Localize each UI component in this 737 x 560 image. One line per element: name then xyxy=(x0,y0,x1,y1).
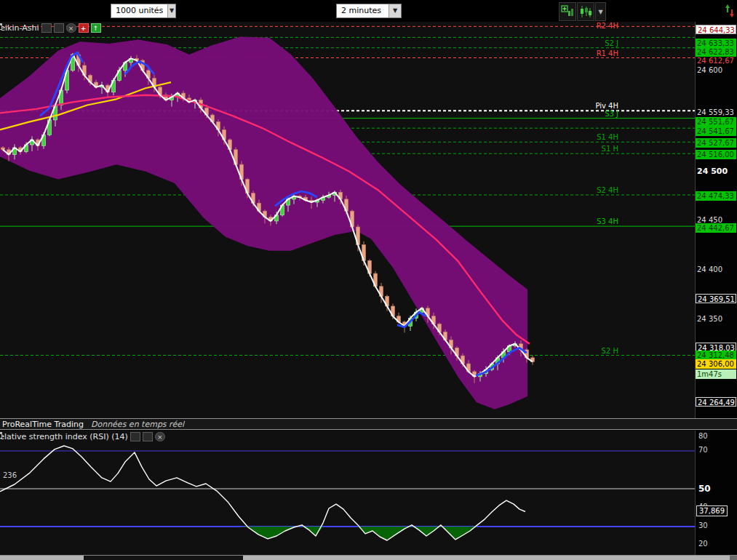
timeframe-dropdown-value: 2 minutes xyxy=(337,4,389,17)
price-axis-entry: 24 516,00 xyxy=(696,150,736,159)
price-axis-entry: 24 474,33 xyxy=(696,191,736,201)
rsi-axis-label: 50 xyxy=(698,484,711,494)
trading-app: 1000 unités ▼ 2 minutes ▼ xyxy=(0,0,737,560)
price-axis-entry: 24 551,67 xyxy=(696,117,736,127)
add-chart-icon xyxy=(561,5,574,18)
rsi-current-value: 37,869 xyxy=(696,505,728,516)
chevron-down-icon[interactable]: ▼ xyxy=(167,4,175,17)
window-icon xyxy=(0,432,2,439)
level-label: R1 4H xyxy=(597,49,618,57)
rsi-axis-label: 20 xyxy=(698,540,708,548)
time-scrollbar[interactable] xyxy=(0,555,737,560)
timeframe-dropdown[interactable]: 2 minutes ▼ xyxy=(336,4,402,18)
rsi-left-label: 236 xyxy=(3,471,17,479)
rsi-panel-canvas[interactable]: Relative strength index (RSI) (14) × 236 xyxy=(0,431,695,555)
price-axis-entry: 24 264,49 xyxy=(696,397,736,407)
rsi-axis-label: 80 xyxy=(698,432,708,440)
price-axis-entry: 24 644,33 xyxy=(696,25,736,34)
red-plus-icon[interactable]: + xyxy=(79,23,89,33)
add-chart-button[interactable] xyxy=(559,2,576,21)
main-chart-canvas[interactable]: R2 4HS2 JR1 4HPiv 4HS3 JS1 4HS1 HS2 4HS3… xyxy=(0,22,695,418)
rsi-header: Relative strength index (RSI) (14) × xyxy=(0,432,165,441)
volatility-band xyxy=(0,36,527,409)
close-icon[interactable]: × xyxy=(66,23,76,33)
price-axis-entry: 24 400 xyxy=(696,265,736,274)
price-axis-entry: 24 527,67 xyxy=(696,138,736,148)
level-label: S1 4H xyxy=(597,133,618,141)
candlestick-style-button[interactable] xyxy=(577,2,594,21)
price-axis-entry: 24 306,00 xyxy=(696,359,736,369)
price-axis-entry: 24 442,67 xyxy=(696,223,736,233)
chevron-down-icon[interactable]: ▼ xyxy=(389,4,401,17)
chart-style-buttons: ▼ xyxy=(559,2,606,21)
detach-window-icon[interactable] xyxy=(143,432,153,441)
price-axis-entry: 24 612,67 xyxy=(696,56,736,65)
scrollbar-handle[interactable] xyxy=(84,556,243,560)
level-label: S3 J xyxy=(605,110,618,118)
candlestick-icon xyxy=(579,5,592,18)
chart-header: Heikin-Ashi × + ↑ xyxy=(0,23,101,33)
price-axis-entry: 24 600 xyxy=(696,65,736,75)
chart-style-menu-arrow[interactable]: ▼ xyxy=(595,2,606,21)
price-axis-entry: 1m47s xyxy=(696,369,736,379)
price-axis-entry: 24 541,67 xyxy=(696,127,736,136)
up-down-arrows-icon xyxy=(725,3,735,19)
chart-title: Heikin-Ashi xyxy=(0,23,39,33)
rsi-oversold-fill xyxy=(0,527,525,540)
realtime-status-label: Données en temps réel xyxy=(91,420,184,429)
rsi-title: Relative strength index (RSI) (14) xyxy=(0,432,128,441)
window-icon xyxy=(0,23,2,30)
close-icon[interactable]: × xyxy=(155,432,165,441)
level-label: S1 H xyxy=(602,145,618,153)
rsi-svg xyxy=(0,431,695,555)
level-label: S2 J xyxy=(605,39,618,47)
brand-label: ProRealTime Trading xyxy=(2,420,84,429)
level-label: S2 H xyxy=(602,347,618,355)
price-axis-entry: 24 500 xyxy=(696,167,736,176)
settings-wrench-icon[interactable] xyxy=(41,23,52,33)
units-dropdown-value: 1000 unités xyxy=(111,4,167,17)
status-strip: ProRealTime Trading Données en temps rée… xyxy=(0,418,737,430)
price-axis[interactable]: 24 644,3324 633,3324 622,8324 612,6724 6… xyxy=(695,22,737,418)
detach-window-icon[interactable] xyxy=(54,23,64,33)
level-label: Piv 4H xyxy=(595,102,618,110)
settings-wrench-icon[interactable] xyxy=(130,432,140,441)
rsi-axis-label: 70 xyxy=(698,446,708,454)
level-label: S2 4H xyxy=(597,186,618,194)
price-axis-entry: 24 369,51 xyxy=(696,294,736,303)
top-toolbar: 1000 unités ▼ 2 minutes ▼ xyxy=(0,0,737,22)
level-label: S3 4H xyxy=(597,217,618,225)
price-axis-entry: 24 559,33 xyxy=(696,108,736,117)
main-chart-svg: R2 4HS2 JR1 4HPiv 4HS3 JS1 4HS1 HS2 4HS3… xyxy=(0,22,695,418)
price-alert-button[interactable] xyxy=(724,2,736,20)
level-label: R2 4H xyxy=(597,22,618,30)
rsi-axis-label: 30 xyxy=(698,521,708,529)
rsi-axis[interactable]: 80705040302037,869 xyxy=(695,431,737,555)
units-dropdown[interactable]: 1000 unités ▼ xyxy=(111,4,176,18)
price-axis-entry: 24 350 xyxy=(696,314,736,324)
scrollbar-corner xyxy=(730,556,737,560)
green-arrow-icon[interactable]: ↑ xyxy=(91,23,101,33)
